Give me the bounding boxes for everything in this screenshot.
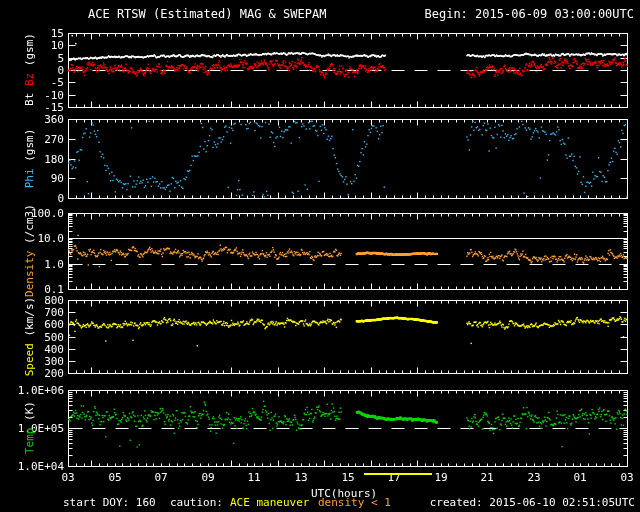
y-axis-title-part: (gsm): [23, 128, 36, 161]
ace-rtsw-plot: ACE RTSW (Estimated) MAG & SWEPAM Begin:…: [0, 0, 640, 512]
y-tick-label: 270: [12, 133, 64, 146]
y-axis-title-part: (/cm3): [23, 204, 36, 244]
x-tick-label: 15: [333, 471, 363, 484]
caution-density-label: density < 1: [318, 496, 391, 509]
y-tick-label: 0: [12, 192, 64, 205]
y-axis-title-part: (km/s): [23, 296, 36, 336]
start-doy-label: start DOY: 160: [63, 496, 156, 509]
y-tick-label: 360: [12, 113, 64, 126]
x-tick-label: 21: [472, 471, 502, 484]
y-axis-title-part: (K): [23, 401, 36, 421]
x-tick-label: 03: [612, 471, 640, 484]
plot-canvas: [0, 0, 640, 512]
created-timestamp: created: 2015-06-10 02:51:05UTC: [430, 496, 635, 509]
x-tick-label: 11: [239, 471, 269, 484]
y-tick-label: 10.0: [12, 232, 64, 245]
y-tick-label: 100.0: [12, 207, 64, 220]
x-tick-label: 07: [146, 471, 176, 484]
y-tick-label: 600: [12, 318, 64, 331]
y-tick-label: 1.0: [12, 258, 64, 271]
y-tick-label: -5: [12, 76, 64, 89]
y-tick-label: 180: [12, 153, 64, 166]
maneuver-bar: [364, 473, 432, 475]
caution-label: caution:: [170, 496, 223, 509]
y-axis-title-part: Bz: [23, 73, 36, 86]
x-tick-label: 01: [565, 471, 595, 484]
x-tick-label: 09: [193, 471, 223, 484]
y-tick-label: 1.0E+05: [12, 422, 64, 435]
y-tick-label: 10: [12, 39, 64, 52]
y-tick-label: 90: [12, 172, 64, 185]
x-tick-label: 05: [100, 471, 130, 484]
caution-maneuver-label: ACE maneuver: [230, 496, 309, 509]
y-axis-title-part: Phi: [23, 161, 36, 188]
x-tick-label: 13: [286, 471, 316, 484]
x-tick-label: 23: [519, 471, 549, 484]
begin-timestamp: Begin: 2015-06-09 03:00:00UTC: [424, 7, 634, 21]
x-tick-label: 03: [53, 471, 83, 484]
y-axis-title-part: (gsm): [23, 33, 36, 73]
y-axis-title-part: Temp: [23, 421, 36, 454]
y-tick-label: 200: [12, 367, 64, 380]
y-axis-title-temp: Temp (K): [23, 368, 36, 488]
plot-title: ACE RTSW (Estimated) MAG & SWEPAM: [88, 7, 326, 21]
y-tick-label: 1.0E+06: [12, 384, 64, 397]
